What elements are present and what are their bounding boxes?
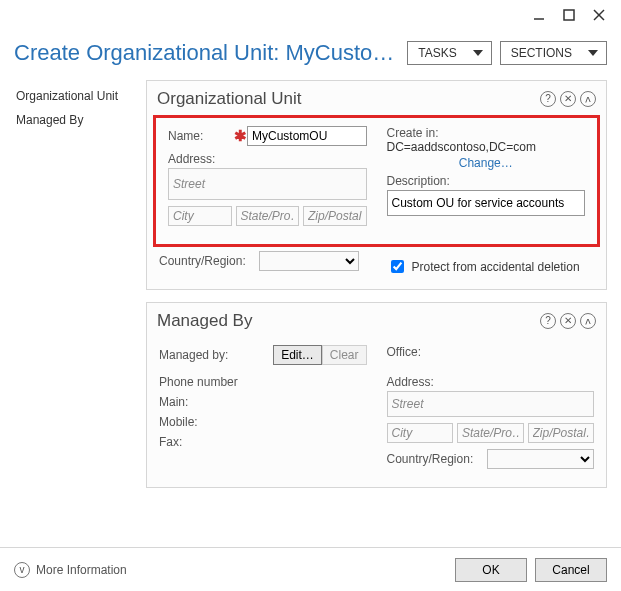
mb-country-label: Country/Region: bbox=[387, 452, 487, 466]
page-title: Create Organizational Unit: MyCusto… bbox=[14, 40, 399, 66]
close-icon[interactable] bbox=[593, 9, 605, 24]
create-in-value: DC=aaddscontoso,DC=com bbox=[387, 140, 536, 154]
panel-title: Managed By bbox=[157, 311, 540, 331]
organizational-unit-panel: Organizational Unit ? ✕ ʌ Name: ✱ Ad bbox=[146, 80, 607, 290]
state-input[interactable] bbox=[236, 206, 300, 226]
managed-by-label: Managed by: bbox=[159, 348, 249, 362]
office-label: Office: bbox=[387, 345, 453, 359]
chevron-down-icon bbox=[588, 50, 598, 56]
managed-by-panel: Managed By ? ✕ ʌ Managed by: Edit… Clear bbox=[146, 302, 607, 488]
tasks-dropdown[interactable]: TASKS bbox=[407, 41, 491, 65]
city-input[interactable] bbox=[168, 206, 232, 226]
required-asterisk-icon: ✱ bbox=[234, 127, 247, 145]
edit-button[interactable]: Edit… bbox=[273, 345, 322, 365]
svg-marker-4 bbox=[473, 50, 483, 56]
sections-dropdown[interactable]: SECTIONS bbox=[500, 41, 607, 65]
more-information-label[interactable]: More Information bbox=[36, 563, 127, 577]
mobile-label: Mobile: bbox=[159, 415, 367, 429]
street-input[interactable] bbox=[168, 168, 367, 200]
mb-zip-input[interactable] bbox=[528, 423, 595, 443]
protect-label: Protect from accidental deletion bbox=[412, 260, 580, 274]
svg-marker-5 bbox=[588, 50, 598, 56]
description-label: Description: bbox=[387, 174, 586, 188]
change-link[interactable]: Change… bbox=[459, 156, 513, 170]
maximize-icon[interactable] bbox=[563, 9, 575, 24]
mb-state-input[interactable] bbox=[457, 423, 524, 443]
address-label: Address: bbox=[168, 152, 367, 166]
close-panel-icon[interactable]: ✕ bbox=[560, 313, 576, 329]
main-label: Main: bbox=[159, 395, 367, 409]
country-label: Country/Region: bbox=[159, 254, 259, 268]
collapse-icon[interactable]: ʌ bbox=[580, 313, 596, 329]
clear-button[interactable]: Clear bbox=[322, 345, 367, 365]
cancel-button[interactable]: Cancel bbox=[535, 558, 607, 582]
collapse-icon[interactable]: ʌ bbox=[580, 91, 596, 107]
nav-organizational-unit[interactable]: Organizational Unit bbox=[14, 84, 146, 108]
help-icon[interactable]: ? bbox=[540, 313, 556, 329]
close-panel-icon[interactable]: ✕ bbox=[560, 91, 576, 107]
mb-city-input[interactable] bbox=[387, 423, 454, 443]
create-in-label: Create in: bbox=[387, 126, 439, 140]
mb-country-select[interactable] bbox=[487, 449, 595, 469]
panel-title: Organizational Unit bbox=[157, 89, 540, 109]
zip-input[interactable] bbox=[303, 206, 367, 226]
expand-icon[interactable]: v bbox=[14, 562, 30, 578]
chevron-down-icon bbox=[473, 50, 483, 56]
mb-street-input[interactable] bbox=[387, 391, 595, 417]
name-input[interactable] bbox=[247, 126, 367, 146]
ok-button[interactable]: OK bbox=[455, 558, 527, 582]
country-select[interactable] bbox=[259, 251, 359, 271]
highlighted-region: Name: ✱ Address: bbox=[153, 115, 600, 247]
description-input[interactable] bbox=[387, 190, 586, 216]
mb-address-label: Address: bbox=[387, 375, 595, 389]
help-icon[interactable]: ? bbox=[540, 91, 556, 107]
name-label: Name: bbox=[168, 129, 234, 143]
nav-managed-by[interactable]: Managed By bbox=[14, 108, 146, 132]
minimize-icon[interactable] bbox=[533, 9, 545, 24]
svg-rect-1 bbox=[564, 10, 574, 20]
protect-checkbox[interactable] bbox=[391, 260, 404, 273]
phone-number-label: Phone number bbox=[159, 375, 367, 389]
fax-label: Fax: bbox=[159, 435, 367, 449]
